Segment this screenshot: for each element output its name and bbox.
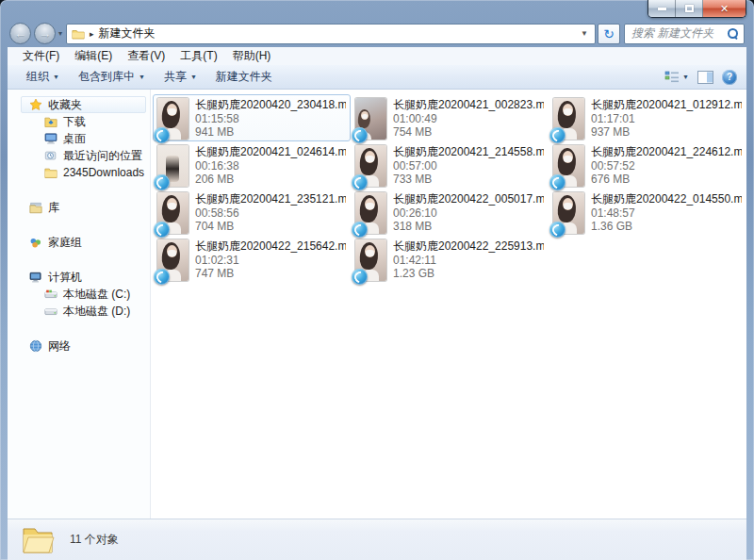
menu-tools[interactable]: 工具(T) xyxy=(172,48,224,64)
libraries-icon xyxy=(28,201,42,215)
maximize-icon xyxy=(685,5,694,12)
window-controls: ✕ xyxy=(647,0,746,18)
player-overlay-icon xyxy=(549,127,566,143)
sidebar-item-drive-d[interactable]: 本地磁盘 (D:) xyxy=(8,303,150,320)
file-duration: 01:17:01 xyxy=(591,112,742,125)
player-overlay-icon xyxy=(352,269,368,285)
maximize-button[interactable] xyxy=(676,0,703,17)
folder-icon xyxy=(43,166,57,180)
share-button[interactable]: 共享 ▼ xyxy=(155,67,206,88)
sidebar-item-downloads[interactable]: 下载 xyxy=(8,113,150,130)
menu-view[interactable]: 查看(V) xyxy=(120,48,172,64)
file-duration: 01:00:49 xyxy=(393,112,544,125)
video-thumbnail xyxy=(355,239,386,281)
file-item[interactable]: 长腿奶鹿20200421_024614.mp400:16:38206 MB xyxy=(153,141,351,189)
chevron-down-icon: ▼ xyxy=(139,74,145,80)
file-list[interactable]: 长腿奶鹿20200420_230418.mp401:15:58941 MB 长腿… xyxy=(151,90,746,519)
file-duration: 00:58:56 xyxy=(195,206,346,220)
drive-c-icon xyxy=(43,288,57,302)
homegroup-icon xyxy=(28,236,42,250)
sidebar-item-network[interactable]: 网络 xyxy=(8,338,150,354)
new-folder-button[interactable]: 新建文件夹 xyxy=(206,67,282,88)
search-box[interactable]: 搜索 新建文件夹 xyxy=(624,24,745,44)
player-overlay-icon xyxy=(154,222,170,238)
file-name: 长腿奶鹿20200422_215642.mp4 xyxy=(195,239,346,254)
file-size: 676 MB xyxy=(591,173,742,186)
menu-edit[interactable]: 编辑(E) xyxy=(67,48,120,64)
file-duration: 01:48:57 xyxy=(591,206,742,220)
file-size: 704 MB xyxy=(195,220,346,233)
minimize-icon xyxy=(658,8,666,10)
sidebar-item-homegroup[interactable]: 家庭组 xyxy=(8,234,150,251)
video-thumbnail xyxy=(355,98,386,140)
recent-pages-dropdown[interactable]: ▾ xyxy=(58,29,62,38)
help-icon: ? xyxy=(727,72,732,82)
navigation-pane: 收藏夹 下载 桌面 最 xyxy=(8,90,151,519)
video-thumbnail xyxy=(157,192,188,234)
forward-icon: → xyxy=(39,26,51,41)
file-item[interactable]: 长腿奶鹿20200421_214558.mp400:57:00733 MB xyxy=(351,141,549,189)
file-item[interactable]: 长腿奶鹿20200421_012912.mp401:17:01937 MB xyxy=(549,94,746,141)
refresh-button[interactable]: ↻ xyxy=(598,24,620,44)
refresh-icon: ↻ xyxy=(603,27,615,41)
back-button[interactable]: ← xyxy=(9,23,31,44)
chevron-down-icon: ▼ xyxy=(190,74,197,80)
close-button[interactable]: ✕ xyxy=(703,0,746,17)
sidebar-item-libraries[interactable]: 库 xyxy=(8,199,150,216)
sidebar-item-drive-c[interactable]: 本地磁盘 (C:) xyxy=(8,286,150,303)
include-in-library-button[interactable]: 包含到库中 ▼ xyxy=(69,67,155,88)
search-input[interactable]: 搜索 新建文件夹 xyxy=(631,25,723,41)
player-overlay-icon xyxy=(154,174,170,190)
preview-pane-icon[interactable] xyxy=(697,71,713,84)
star-icon xyxy=(28,98,42,112)
file-item[interactable]: 长腿奶鹿20200422_005017.mp400:26:10318 MB xyxy=(351,189,549,236)
file-size: 1.23 GB xyxy=(393,267,544,280)
file-name: 长腿奶鹿20200421_214558.mp4 xyxy=(393,145,544,159)
file-name: 长腿奶鹿20200421_235121.mp4 xyxy=(195,192,346,206)
file-item[interactable]: 长腿奶鹿20200421_235121.mp400:58:56704 MB xyxy=(153,189,351,236)
minimize-button[interactable] xyxy=(648,0,676,17)
file-item[interactable]: 长腿奶鹿20200422_014550.mp401:48:571.36 GB xyxy=(549,189,746,236)
folder-large-icon xyxy=(21,525,55,555)
sidebar-item-2345downloads[interactable]: 2345Downloads xyxy=(8,164,150,181)
chevron-down-icon: ▼ xyxy=(53,74,59,80)
downloads-folder-icon xyxy=(43,115,57,129)
file-duration: 00:16:38 xyxy=(195,159,346,173)
file-name: 长腿奶鹿20200422_014550.mp4 xyxy=(591,192,742,206)
video-thumbnail xyxy=(157,98,188,140)
sidebar-item-favorites[interactable]: 收藏夹 xyxy=(21,96,146,113)
file-item[interactable]: 长腿奶鹿20200422_225913.mp401:42:111.23 GB xyxy=(351,236,549,283)
breadcrumb-arrow-icon[interactable]: ▸ xyxy=(90,29,94,39)
file-item[interactable]: 长腿奶鹿20200422_215642.mp401:02:31747 MB xyxy=(153,236,351,283)
forward-button[interactable]: → xyxy=(34,23,56,44)
address-dropdown-icon[interactable]: ▼ xyxy=(579,29,590,38)
item-count: 11 个对象 xyxy=(70,532,119,548)
drive-icon xyxy=(43,305,57,319)
breadcrumb-folder[interactable]: 新建文件夹 xyxy=(99,25,156,41)
organize-button[interactable]: 组织 ▼ xyxy=(17,67,69,88)
window-body: 文件(F) 编辑(E) 查看(V) 工具(T) 帮助(H) 组织 ▼ 包含到库中… xyxy=(8,47,746,560)
search-icon[interactable] xyxy=(727,27,739,40)
file-item[interactable]: 长腿奶鹿20200421_224612.mp400:57:52676 MB xyxy=(549,141,746,189)
video-thumbnail xyxy=(355,145,386,187)
file-size: 937 MB xyxy=(591,125,742,139)
player-overlay-icon xyxy=(549,174,566,190)
sidebar-item-computer[interactable]: 计算机 xyxy=(8,269,150,286)
file-name: 长腿奶鹿20200422_225913.mp4 xyxy=(393,239,544,254)
file-duration: 01:15:58 xyxy=(195,112,346,125)
menu-help[interactable]: 帮助(H) xyxy=(225,48,279,64)
file-name: 长腿奶鹿20200421_012912.mp4 xyxy=(591,98,742,112)
file-duration: 01:42:11 xyxy=(393,254,544,267)
change-view-button[interactable]: ▼ xyxy=(664,71,689,83)
sidebar-item-desktop[interactable]: 桌面 xyxy=(8,130,150,147)
title-bar[interactable]: ✕ xyxy=(0,0,754,21)
file-duration: 00:57:52 xyxy=(591,159,742,173)
file-item[interactable]: 长腿奶鹿20200421_002823.mp401:00:49754 MB xyxy=(351,94,549,141)
file-item[interactable]: 长腿奶鹿20200420_230418.mp401:15:58941 MB xyxy=(153,94,351,141)
menu-file[interactable]: 文件(F) xyxy=(15,48,67,64)
status-bar: 11 个对象 xyxy=(8,519,746,560)
address-bar[interactable]: ▸ 新建文件夹 ▼ xyxy=(66,24,596,44)
help-button[interactable]: ? xyxy=(722,70,737,85)
sidebar-item-recent-places[interactable]: 最近访问的位置 xyxy=(8,147,150,164)
chevron-down-icon: ▼ xyxy=(682,74,689,80)
